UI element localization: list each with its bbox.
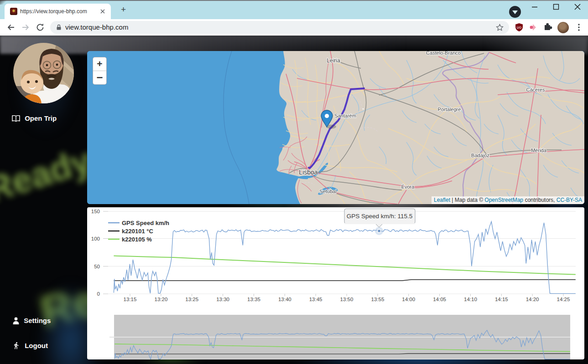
- svg-text:14:10: 14:10: [464, 297, 477, 302]
- svg-text:Cáceres: Cáceres: [526, 87, 545, 92]
- svg-text:13:30: 13:30: [216, 297, 229, 302]
- svg-text:14:25: 14:25: [557, 297, 570, 302]
- svg-text:13:25: 13:25: [185, 297, 198, 302]
- svg-text:Setúbal: Setúbal: [319, 189, 336, 194]
- svg-text:Mérida: Mérida: [531, 148, 547, 153]
- svg-text:50: 50: [94, 264, 100, 269]
- svg-text:14:05: 14:05: [433, 297, 446, 302]
- svg-text:Santarém: Santarém: [334, 113, 356, 118]
- svg-text:k220101 °C: k220101 °C: [122, 228, 153, 235]
- svg-text:14:15: 14:15: [495, 297, 508, 302]
- svg-text:13:50: 13:50: [340, 297, 354, 302]
- svg-text:13:40: 13:40: [278, 297, 291, 302]
- svg-text:Lisboa: Lisboa: [299, 169, 317, 176]
- svg-text:100: 100: [91, 236, 100, 241]
- svg-text:14:20: 14:20: [526, 297, 539, 302]
- svg-text:13:55: 13:55: [371, 297, 385, 302]
- svg-text:Leiria: Leiria: [327, 57, 340, 64]
- svg-text:13:45: 13:45: [309, 297, 323, 302]
- svg-text:k220105 %: k220105 %: [122, 236, 152, 243]
- svg-text:Badajoz: Badajoz: [471, 153, 489, 158]
- svg-text:Castelo-Branco: Castelo-Branco: [426, 51, 461, 56]
- svg-text:13:35: 13:35: [247, 297, 260, 302]
- svg-text:UO: UO: [517, 26, 522, 29]
- svg-text:13:20: 13:20: [155, 297, 168, 302]
- svg-text:Évora: Évora: [401, 184, 415, 190]
- svg-text:150: 150: [91, 209, 100, 214]
- svg-text:0: 0: [97, 291, 100, 297]
- svg-text:Portalegre: Portalegre: [438, 107, 461, 112]
- svg-text:13:15: 13:15: [124, 297, 137, 302]
- svg-text:14:00: 14:00: [402, 297, 415, 302]
- svg-text:GPS Speed km/h: 115.5: GPS Speed km/h: 115.5: [347, 213, 413, 220]
- svg-text:GPS Speed km/h: GPS Speed km/h: [122, 220, 169, 226]
